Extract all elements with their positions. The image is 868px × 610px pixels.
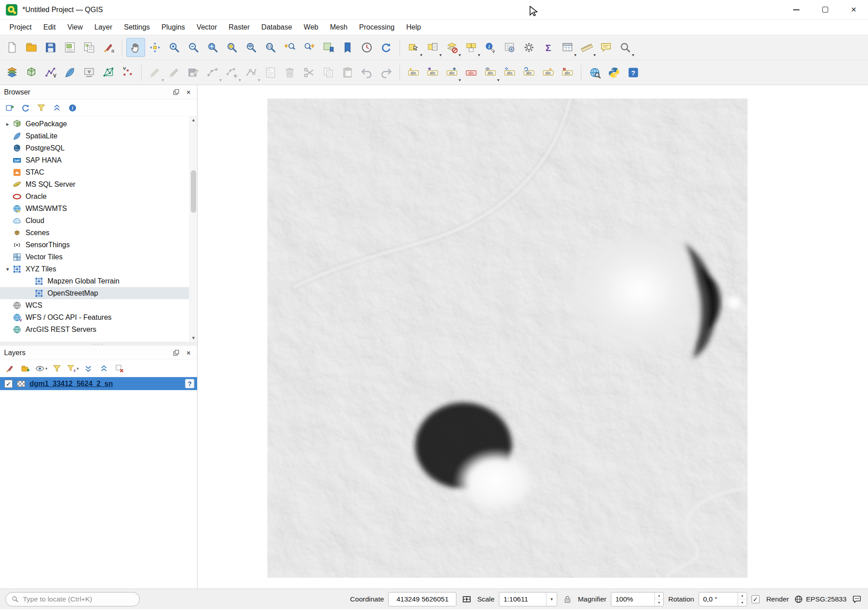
zoom-to-selection-button[interactable] [223,38,241,57]
move-label-button[interactable]: abc [500,63,519,82]
browser-item-geopackage[interactable]: ▸GeoPackage [0,118,189,130]
select-features-button[interactable]: ▾ [404,38,423,57]
open-project-button[interactable] [22,38,41,57]
deselect-features-button[interactable]: ▾ [443,38,461,57]
collapse-all-layers-button[interactable] [97,362,111,375]
menu-vector[interactable]: Vector [191,21,223,34]
panel-splitter[interactable]: ··· [0,342,197,346]
minimize-button[interactable] [782,0,811,19]
zoom-last-button[interactable] [280,38,299,57]
browser-item-sensorthings[interactable]: SensorThings [0,239,189,251]
menu-help[interactable]: Help [400,21,427,34]
spin-down-icon[interactable]: ▾ [738,599,747,606]
show-statistical-summary-button[interactable]: Σ [539,38,558,57]
browser-item-stac[interactable]: STAC [0,166,189,178]
browser-item-wfs-ogc-api-features[interactable]: VWFS / OGC API - Features [0,311,189,323]
pin-unpin-labels-button[interactable]: abc▾ [443,63,461,82]
zoom-in-button[interactable] [165,38,184,57]
toggle-extents-display-button[interactable] [461,593,473,605]
scrollbar-thumb[interactable] [191,170,196,213]
rotation-spinbox[interactable]: 0,0 ° ▴▾ [699,592,747,606]
menu-project[interactable]: Project [4,21,38,34]
scroll-down-icon[interactable]: ▼ [190,335,197,342]
browser-item-sap-hana[interactable]: SAPSAP HANA [0,154,189,166]
magnifier-spinbox[interactable]: 100% ▴▾ [611,592,664,606]
lock-scale-button[interactable] [562,593,573,605]
style-manager-button[interactable]: a [99,38,118,57]
layer-row-dgm1-33412-5624-2-sn[interactable]: dgm1_33412_5624_2_sn? [0,377,197,390]
browser-item-postgresql[interactable]: PostgreSQL [0,142,189,154]
change-label-properties-button[interactable]: abc [539,63,558,82]
scroll-up-icon[interactable]: ▲ [190,116,197,124]
layers-close-button[interactable]: × [184,348,193,357]
browser-item-wcs[interactable]: WCS [0,299,189,311]
browser-float-button[interactable] [172,88,180,97]
layer-labeling-options-button[interactable]: abc [404,63,423,82]
collapse-all-browser-button[interactable] [50,101,64,115]
new-project-button[interactable] [3,38,21,57]
zoom-to-layers-button[interactable] [242,38,261,57]
new-shapefile-layer-button[interactable]: V [41,63,60,82]
render-checkbox[interactable] [752,595,760,603]
rotate-label-button[interactable]: abc [520,63,538,82]
expander-icon[interactable]: ▾ [3,266,12,272]
open-attribute-table-button[interactable]: ▾ [558,38,577,57]
new-print-layout-button[interactable] [60,38,79,57]
spin-up-icon[interactable]: ▴ [738,593,747,600]
open-layer-styling-button[interactable] [3,362,17,375]
layer-diagram-options-button[interactable]: abc [423,63,442,82]
browser-item-arcgis-rest-servers[interactable]: ArcGIS REST Servers [0,323,189,335]
show-unplaced-labels-button[interactable]: abc [558,63,577,82]
add-group-button[interactable] [19,362,32,375]
browser-item-scenes[interactable]: Scenes [0,227,189,239]
menu-view[interactable]: View [61,21,88,34]
filter-legend-button[interactable] [50,362,64,375]
zoom-full-button[interactable] [203,38,222,57]
spin-up-icon[interactable]: ▴ [655,593,663,600]
browser-item-oracle[interactable]: Oracle [0,190,189,202]
browser-item-spatialite[interactable]: SpatiaLite [0,130,189,142]
menu-layer[interactable]: Layer [89,21,118,34]
new-virtual-layer-button[interactable]: V [80,63,99,82]
show-hide-labels-button[interactable]: abc▾ [481,63,500,82]
enable-properties-widget-button[interactable]: i [66,101,79,115]
browser-scrollbar[interactable]: ▲ ▼ [189,116,197,342]
metasearch-button[interactable] [585,63,604,82]
menu-raster[interactable]: Raster [223,21,255,34]
new-spatialite-layer-button[interactable] [60,63,79,82]
menu-mesh[interactable]: Mesh [324,21,353,34]
menu-settings[interactable]: Settings [118,21,156,34]
zoom-out-button[interactable] [184,38,203,57]
browser-item-mapzen-global-terrain[interactable]: Mapzen Global Terrain [0,275,189,287]
layer-visibility-checkbox[interactable] [4,380,13,388]
menu-plugins[interactable]: Plugins [156,21,191,34]
new-mesh-layer-button[interactable] [99,63,118,82]
zoom-next-button[interactable] [300,38,318,57]
refresh-map-button[interactable] [377,38,395,57]
python-console-button[interactable] [605,63,623,82]
browser-item-xyz-tiles[interactable]: ▾XYZ Tiles [0,263,189,275]
filter-by-expression-button[interactable]: ε▾ [66,362,79,375]
run-feature-action-button[interactable] [500,38,519,57]
browser-item-cloud[interactable]: Cloud [0,215,189,227]
manage-map-themes-button[interactable]: ▾ [34,362,48,375]
browser-close-button[interactable]: × [184,88,193,97]
crs-status-button[interactable]: EPSG:25833 [794,594,847,604]
pan-map-button[interactable] [126,38,145,57]
select-all-features-button[interactable]: ▾ [462,38,481,57]
expand-all-layers-button[interactable] [82,362,95,375]
select-features-by-value-button[interactable]: ▾ [423,38,442,57]
close-button[interactable]: × [839,0,868,19]
filter-browser-button[interactable] [34,101,48,115]
new-gpx-layer-button[interactable]: V [118,63,137,82]
zoom-native-resolution-button[interactable]: 1:1 [261,38,280,57]
show-spatial-bookmarks-button[interactable] [338,38,357,57]
new-spatial-bookmark-button[interactable] [319,38,338,57]
show-map-tips-button[interactable] [597,38,615,57]
scale-combobox[interactable]: 1:10611 ▾ [499,592,557,606]
save-project-button[interactable] [41,38,60,57]
spin-down-icon[interactable]: ▾ [655,599,663,606]
nominatim-place-search-button[interactable]: ▾ [616,38,635,57]
expander-icon[interactable]: ▸ [3,121,12,127]
identify-features-button[interactable]: i [481,38,500,57]
